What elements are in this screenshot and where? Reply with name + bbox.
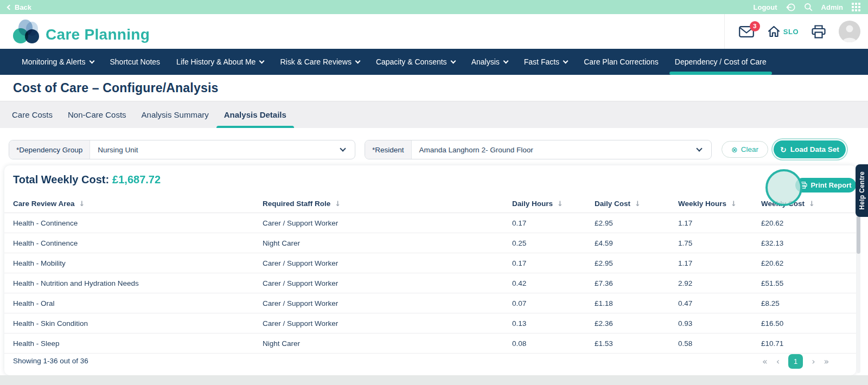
column-header-weekly-cost[interactable]: Weekly Cost↓ xyxy=(761,200,856,208)
table-cell: 0.47 xyxy=(678,299,761,307)
nav-item-life-history[interactable]: Life History & About Me xyxy=(176,49,264,75)
table-body: Health - ContinenceCarer / Support Worke… xyxy=(4,213,856,354)
pagination: « ‹ 1 › » xyxy=(762,354,829,369)
prev-page-icon[interactable]: ‹ xyxy=(776,356,780,367)
table-cell: £51.55 xyxy=(761,279,856,287)
mail-badge: 3 xyxy=(750,21,760,31)
chevron-down-icon xyxy=(259,58,265,63)
table-cell: 0.42 xyxy=(512,279,595,287)
table-cell: £2.36 xyxy=(595,319,678,328)
table-cell: Carer / Support Worker xyxy=(263,299,512,307)
sort-icon: ↓ xyxy=(809,200,815,208)
admin-menu-button[interactable]: Admin xyxy=(821,3,843,11)
table-scrollbar-thumb[interactable] xyxy=(857,216,860,254)
table-cell: Health - Sleep xyxy=(13,339,263,348)
tab-analysis-details[interactable]: Analysis Details xyxy=(216,101,294,129)
table-cell: Health - Skin Condition xyxy=(13,319,263,328)
back-button[interactable]: Back xyxy=(8,3,31,11)
chevron-down-icon xyxy=(355,58,360,63)
table-cell: Health - Continence xyxy=(13,239,263,247)
print-report-button[interactable]: Print Report xyxy=(795,178,856,193)
nav-item-dependency-cost-of-care[interactable]: Dependency / Cost of Care xyxy=(675,49,767,75)
table-cell: Health - Oral xyxy=(13,299,263,307)
resident-value: Amanda Langhorn 2- Ground Floor xyxy=(412,146,541,154)
site-code-label: SLO xyxy=(783,28,799,36)
table-cell: £20.62 xyxy=(761,259,856,267)
user-avatar[interactable] xyxy=(839,21,860,42)
table-row: Health - Nutrition and Hydration NeedsCa… xyxy=(4,273,856,293)
first-page-icon[interactable]: « xyxy=(762,356,768,367)
logout-button[interactable]: Logout xyxy=(754,3,777,11)
page-background-strip xyxy=(0,375,868,385)
last-page-icon[interactable]: » xyxy=(824,356,829,367)
nav-item-analysis[interactable]: Analysis xyxy=(471,49,508,75)
help-centre-tab[interactable]: Help Centre xyxy=(856,164,868,217)
apps-grid-icon[interactable] xyxy=(852,3,860,11)
app-title: Care Planning xyxy=(46,26,150,43)
next-page-icon[interactable]: › xyxy=(812,356,815,367)
table-cell: Night Carer xyxy=(263,339,512,348)
showing-count: Showing 1-36 out of 36 xyxy=(13,357,88,365)
clear-circle-x-icon: ⊗ xyxy=(731,146,738,153)
table-cell: 0.13 xyxy=(512,319,595,328)
dependency-group-select[interactable]: *Dependency Group Nursing Unit xyxy=(9,140,355,159)
column-header-daily-hours[interactable]: Daily Hours↓ xyxy=(512,200,595,208)
column-header-weekly-hours[interactable]: Weekly Hours↓ xyxy=(678,200,761,208)
search-icon[interactable] xyxy=(804,3,813,11)
resident-select[interactable]: *Resident Amanda Langhorn 2- Ground Floo… xyxy=(365,140,712,159)
chevron-down-icon xyxy=(89,58,94,63)
table-cell: £2.95 xyxy=(595,219,678,227)
current-page-button[interactable]: 1 xyxy=(788,354,803,369)
logout-icon[interactable] xyxy=(786,3,795,12)
table-cell: 1.17 xyxy=(678,259,761,267)
table-scrollbar-track[interactable] xyxy=(857,215,860,373)
page-title-bar: Cost of Care – Configure/Analysis xyxy=(0,75,868,101)
tab-care-costs[interactable]: Care Costs xyxy=(4,101,60,129)
nav-item-care-plan-corrections[interactable]: Care Plan Corrections xyxy=(584,49,659,75)
dependency-group-label: *Dependency Group xyxy=(9,140,90,159)
chevron-down-icon xyxy=(340,145,346,151)
nav-item-capacity-consents[interactable]: Capacity & Consents xyxy=(376,49,455,75)
nav-item-monitoring-alerts[interactable]: Monitoring & Alerts xyxy=(22,49,94,75)
home-button[interactable]: SLO xyxy=(767,25,799,38)
sort-icon: ↓ xyxy=(79,200,85,208)
table-cell: £20.62 xyxy=(761,219,856,227)
app-logo xyxy=(13,20,39,44)
header-print-icon[interactable] xyxy=(812,25,826,39)
table-cell: £32.13 xyxy=(761,239,856,247)
table-cell: Carer / Support Worker xyxy=(263,279,512,287)
table-row: Health - SleepNight Carer0.08£1.530.58£1… xyxy=(4,333,856,354)
sort-icon: ↓ xyxy=(731,200,737,208)
nav-item-shortcut-notes[interactable]: Shortcut Notes xyxy=(110,49,161,75)
column-header-required-staff-role[interactable]: Required Staff Role↓ xyxy=(263,200,512,208)
nav-item-risk-care-reviews[interactable]: Risk & Care Reviews xyxy=(280,49,359,75)
total-weekly-cost: Total Weekly Cost:£1,687.72 xyxy=(13,174,161,186)
total-weekly-cost-value: £1,687.72 xyxy=(112,174,161,185)
table-cell: Night Carer xyxy=(263,239,512,247)
messages-button[interactable]: 3 xyxy=(739,26,754,37)
chevron-left-icon xyxy=(7,4,12,10)
column-header-care-review-area[interactable]: Care Review Area↓ xyxy=(13,200,263,208)
table-cell: £8.25 xyxy=(761,299,856,307)
chevron-down-icon xyxy=(503,58,508,63)
sort-icon: ↓ xyxy=(335,200,341,208)
table-cell: £10.71 xyxy=(761,339,856,348)
table-cell: Carer / Support Worker xyxy=(263,319,512,328)
clear-button[interactable]: ⊗ Clear xyxy=(722,141,768,158)
refresh-icon: ↻ xyxy=(780,146,787,153)
table-cell: 1.75 xyxy=(678,239,761,247)
load-data-set-button[interactable]: ↻ Load Data Set xyxy=(774,140,846,158)
tab-non-care-costs[interactable]: Non-Care Costs xyxy=(60,101,134,129)
nav-item-fast-facts[interactable]: Fast Facts xyxy=(524,49,567,75)
sort-icon: ↓ xyxy=(635,200,641,208)
filter-row: *Dependency Group Nursing Unit *Resident… xyxy=(0,128,868,166)
table-cell: Carer / Support Worker xyxy=(263,219,512,227)
table-cell: 1.17 xyxy=(678,219,761,227)
table-cell: £1.53 xyxy=(595,339,678,348)
column-header-daily-cost[interactable]: Daily Cost↓ xyxy=(595,200,678,208)
resident-label: *Resident xyxy=(365,140,412,159)
chevron-down-icon xyxy=(450,58,456,63)
tab-analysis-summary[interactable]: Analysis Summary xyxy=(134,101,216,129)
table-cell: Health - Mobility xyxy=(13,259,263,267)
table-row: Health - ContinenceCarer / Support Worke… xyxy=(4,213,856,233)
